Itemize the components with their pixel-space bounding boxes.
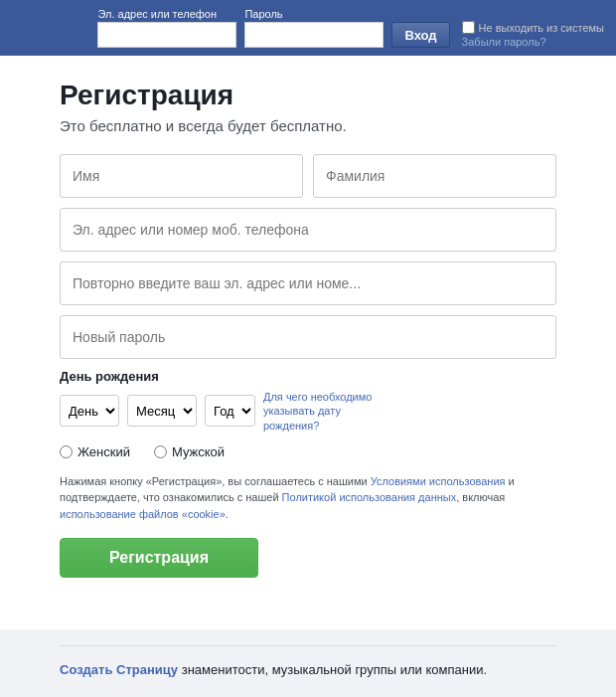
terms-link2[interactable]: Политикой использования данных (282, 491, 457, 503)
password-row (60, 315, 556, 359)
gender-male-label: Мужской (172, 444, 225, 459)
top-bar-extras: Не выходить из системы Забыли пароль? (462, 21, 604, 48)
year-select[interactable]: Год (205, 395, 255, 427)
last-name-input[interactable] (313, 154, 556, 198)
email-confirm-row (60, 261, 556, 305)
top-bar: Эл. адрес или телефон Пароль Вход Не вых… (0, 0, 616, 56)
password-label: Пароль (244, 8, 384, 20)
birthday-label: День рождения (60, 369, 556, 384)
bottom-section: Создать Страницу знаменитости, музыкальн… (0, 629, 616, 697)
remember-label: Не выходить из системы (479, 22, 604, 34)
gender-male-option[interactable]: Мужской (154, 444, 225, 459)
login-form: Эл. адрес или телефон Пароль Вход Не вых… (97, 8, 604, 48)
terms-text-4: . (226, 508, 229, 520)
create-page-text: Создать Страницу знаменитости, музыкальн… (60, 662, 556, 677)
forgot-password-link[interactable]: Забыли пароль? (462, 36, 604, 48)
remember-checkbox[interactable] (462, 21, 475, 34)
first-name-input[interactable] (60, 154, 303, 198)
create-page-suffix: знаменитости, музыкальной группы или ком… (178, 662, 487, 677)
main-content: Регистрация Это бесплатно и всегда будет… (0, 56, 616, 629)
registration-title: Регистрация (60, 80, 556, 111)
terms-text-1: Нажимая кнопку «Регистрация», вы соглаша… (60, 475, 371, 487)
terms-link3[interactable]: использование файлов «cookie» (60, 508, 226, 520)
birthday-row: День Месяц Год Для чего необходимо указы… (60, 390, 556, 433)
terms-text-3: , включая (456, 491, 505, 503)
email-row (60, 208, 556, 252)
registration-subtitle: Это бесплатно и всегда будет бесплатно. (60, 117, 556, 134)
gender-row: Женский Мужской (60, 444, 556, 459)
birthday-why-link[interactable]: Для чего необходимо указывать дату рожде… (263, 390, 383, 433)
divider (60, 645, 556, 646)
email-field-group: Эл. адрес или телефон (97, 8, 236, 48)
reg-email-confirm-input[interactable] (60, 261, 556, 305)
day-select[interactable]: День (60, 395, 119, 427)
email-input[interactable] (97, 22, 236, 48)
password-field-group: Пароль (244, 8, 384, 48)
gender-female-label: Женский (77, 444, 130, 459)
terms-link1[interactable]: Условиями использования (371, 475, 506, 487)
terms-text: Нажимая кнопку «Регистрация», вы соглаша… (60, 473, 556, 523)
reg-password-input[interactable] (60, 315, 556, 359)
name-row (60, 154, 556, 198)
birthday-section: День рождения День Месяц Год Для чего не… (60, 369, 556, 433)
month-select[interactable]: Месяц (127, 395, 197, 427)
remember-row: Не выходить из системы (462, 21, 604, 34)
register-button[interactable]: Регистрация (60, 538, 258, 578)
email-label: Эл. адрес или телефон (97, 8, 236, 20)
gender-female-option[interactable]: Женский (60, 444, 130, 459)
gender-female-radio[interactable] (60, 445, 73, 458)
password-input[interactable] (244, 22, 384, 48)
reg-email-input[interactable] (60, 208, 556, 252)
login-button[interactable]: Вход (391, 22, 449, 48)
gender-male-radio[interactable] (154, 445, 167, 458)
create-page-link[interactable]: Создать Страницу (60, 662, 178, 677)
